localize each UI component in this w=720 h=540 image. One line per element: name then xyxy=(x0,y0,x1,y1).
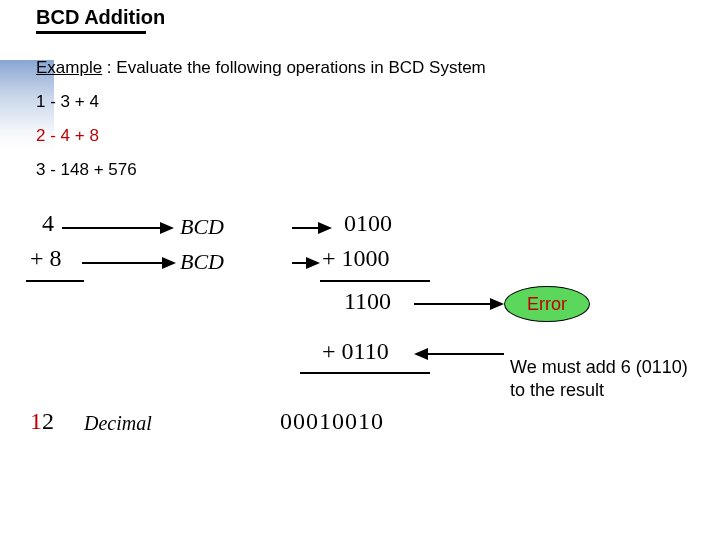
binary-1100: 1100 xyxy=(344,288,391,315)
title-underline xyxy=(36,31,146,34)
binary-00010010: 00010010 xyxy=(280,408,384,435)
svg-marker-11 xyxy=(414,348,428,360)
binary-0100: 0100 xyxy=(344,210,392,237)
example-rest: : Evaluate the following operations in B… xyxy=(102,58,486,77)
arrow-1100-to-error xyxy=(414,294,504,314)
digit-1: 1 xyxy=(30,408,42,434)
svg-marker-9 xyxy=(490,298,504,310)
result-12: 12 xyxy=(30,408,54,435)
decimal-label: Decimal xyxy=(84,412,152,435)
digit-2: 2 xyxy=(42,408,54,434)
binary-plus-0110: + 0110 xyxy=(322,338,389,365)
error-badge: Error xyxy=(504,286,590,322)
correction-note: We must add 6 (0110) to the result xyxy=(510,356,700,401)
example-line: Example : Evaluate the following operati… xyxy=(36,58,486,78)
error-label: Error xyxy=(527,294,567,315)
rule-left xyxy=(26,280,84,282)
arrow-8-to-1000 xyxy=(82,253,332,273)
example-label: Example xyxy=(36,58,102,77)
arrow-note-to-0110 xyxy=(414,344,504,364)
arrow-4-to-0100 xyxy=(62,218,332,238)
svg-marker-1 xyxy=(160,222,174,234)
rule-right-1 xyxy=(320,280,430,282)
svg-marker-5 xyxy=(162,257,176,269)
title-block: BCD Addition xyxy=(36,6,165,34)
binary-plus-1000: + 1000 xyxy=(322,245,390,272)
svg-marker-7 xyxy=(306,257,320,269)
operand-4: 4 xyxy=(42,210,54,237)
list-item-1: 1 - 3 + 4 xyxy=(36,92,99,112)
slide-title: BCD Addition xyxy=(36,6,165,29)
list-item-3: 3 - 148 + 576 xyxy=(36,160,137,180)
operand-plus-8: + 8 xyxy=(30,245,62,272)
svg-marker-3 xyxy=(318,222,332,234)
rule-right-2 xyxy=(300,372,430,374)
list-item-2: 2 - 4 + 8 xyxy=(36,126,99,146)
